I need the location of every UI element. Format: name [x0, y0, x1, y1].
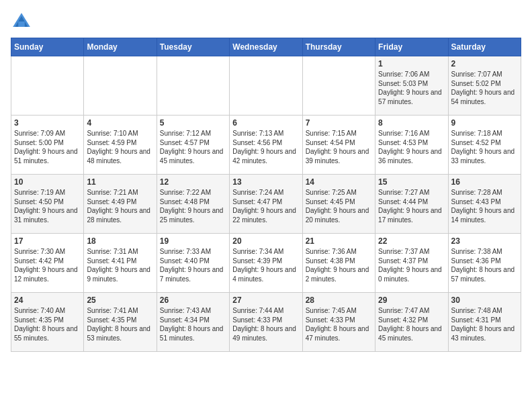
day-info: Sunrise: 7:47 AM Sunset: 4:32 PM Dayligh…: [378, 306, 445, 342]
day-info: Sunrise: 7:48 AM Sunset: 4:31 PM Dayligh…: [451, 306, 518, 342]
col-header-thursday: Thursday: [302, 38, 375, 56]
week-row-3: 17Sunrise: 7:30 AM Sunset: 4:42 PM Dayli…: [11, 234, 521, 293]
calendar-table: SundayMondayTuesdayWednesdayThursdayFrid…: [11, 38, 521, 352]
day-number: 24: [14, 295, 81, 305]
day-number: 12: [160, 177, 226, 187]
day-cell: 9Sunrise: 7:18 AM Sunset: 4:52 PM Daylig…: [448, 116, 521, 175]
header: [11, 11, 521, 32]
day-info: Sunrise: 7:19 AM Sunset: 4:50 PM Dayligh…: [14, 188, 81, 224]
col-header-wednesday: Wednesday: [230, 38, 302, 56]
day-cell: 6Sunrise: 7:13 AM Sunset: 4:56 PM Daylig…: [230, 116, 302, 175]
day-number: 30: [451, 295, 518, 305]
day-info: Sunrise: 7:18 AM Sunset: 4:52 PM Dayligh…: [451, 129, 518, 165]
day-cell: 2Sunrise: 7:07 AM Sunset: 5:02 PM Daylig…: [448, 56, 521, 116]
day-number: 16: [451, 177, 518, 187]
day-cell: 5Sunrise: 7:12 AM Sunset: 4:57 PM Daylig…: [157, 116, 229, 175]
day-cell: 15Sunrise: 7:27 AM Sunset: 4:44 PM Dayli…: [375, 175, 448, 234]
day-info: Sunrise: 7:13 AM Sunset: 4:56 PM Dayligh…: [232, 129, 299, 165]
col-header-friday: Friday: [375, 38, 448, 56]
day-info: Sunrise: 7:15 AM Sunset: 4:54 PM Dayligh…: [306, 129, 372, 165]
day-cell: [84, 56, 157, 116]
day-info: Sunrise: 7:31 AM Sunset: 4:41 PM Dayligh…: [87, 247, 153, 283]
day-number: 23: [451, 236, 518, 246]
week-row-2: 10Sunrise: 7:19 AM Sunset: 4:50 PM Dayli…: [11, 175, 521, 234]
day-info: Sunrise: 7:37 AM Sunset: 4:37 PM Dayligh…: [378, 247, 445, 283]
day-number: 21: [306, 236, 372, 246]
day-cell: [230, 56, 302, 116]
day-number: 11: [87, 177, 153, 187]
col-header-saturday: Saturday: [448, 38, 521, 56]
day-cell: 19Sunrise: 7:33 AM Sunset: 4:40 PM Dayli…: [157, 234, 229, 293]
day-cell: 29Sunrise: 7:47 AM Sunset: 4:32 PM Dayli…: [375, 293, 448, 352]
day-number: 22: [378, 236, 445, 246]
week-row-1: 3Sunrise: 7:09 AM Sunset: 5:00 PM Daylig…: [11, 116, 521, 175]
day-info: Sunrise: 7:38 AM Sunset: 4:36 PM Dayligh…: [451, 247, 518, 283]
day-info: Sunrise: 7:16 AM Sunset: 4:53 PM Dayligh…: [378, 129, 445, 165]
day-cell: 21Sunrise: 7:36 AM Sunset: 4:38 PM Dayli…: [302, 234, 375, 293]
day-info: Sunrise: 7:34 AM Sunset: 4:39 PM Dayligh…: [232, 247, 299, 283]
week-row-0: 1Sunrise: 7:06 AM Sunset: 5:03 PM Daylig…: [11, 56, 521, 116]
day-cell: 27Sunrise: 7:44 AM Sunset: 4:33 PM Dayli…: [230, 293, 302, 352]
day-number: 26: [160, 295, 226, 305]
day-cell: 30Sunrise: 7:48 AM Sunset: 4:31 PM Dayli…: [448, 293, 521, 352]
day-cell: 22Sunrise: 7:37 AM Sunset: 4:37 PM Dayli…: [375, 234, 448, 293]
header-row: SundayMondayTuesdayWednesdayThursdayFrid…: [11, 38, 521, 56]
logo-icon: [11, 11, 32, 32]
day-number: 7: [306, 118, 372, 128]
day-number: 17: [14, 236, 81, 246]
day-cell: 10Sunrise: 7:19 AM Sunset: 4:50 PM Dayli…: [11, 175, 84, 234]
day-number: 8: [378, 118, 445, 128]
day-number: 25: [87, 295, 153, 305]
day-cell: 24Sunrise: 7:40 AM Sunset: 4:35 PM Dayli…: [11, 293, 84, 352]
col-header-tuesday: Tuesday: [157, 38, 229, 56]
day-number: 28: [306, 295, 372, 305]
day-cell: [302, 56, 375, 116]
day-number: 18: [87, 236, 153, 246]
col-header-sunday: Sunday: [11, 38, 84, 56]
day-number: 13: [232, 177, 299, 187]
day-cell: 16Sunrise: 7:28 AM Sunset: 4:43 PM Dayli…: [448, 175, 521, 234]
day-info: Sunrise: 7:12 AM Sunset: 4:57 PM Dayligh…: [160, 129, 226, 165]
day-cell: 12Sunrise: 7:22 AM Sunset: 4:48 PM Dayli…: [157, 175, 229, 234]
day-number: 3: [14, 118, 81, 128]
day-cell: 13Sunrise: 7:24 AM Sunset: 4:47 PM Dayli…: [230, 175, 302, 234]
day-cell: 25Sunrise: 7:41 AM Sunset: 4:35 PM Dayli…: [84, 293, 157, 352]
day-number: 2: [451, 59, 518, 68]
day-info: Sunrise: 7:22 AM Sunset: 4:48 PM Dayligh…: [160, 188, 226, 224]
day-cell: 4Sunrise: 7:10 AM Sunset: 4:59 PM Daylig…: [84, 116, 157, 175]
day-cell: 8Sunrise: 7:16 AM Sunset: 4:53 PM Daylig…: [375, 116, 448, 175]
day-info: Sunrise: 7:24 AM Sunset: 4:47 PM Dayligh…: [232, 188, 299, 224]
day-info: Sunrise: 7:33 AM Sunset: 4:40 PM Dayligh…: [160, 247, 226, 283]
day-info: Sunrise: 7:40 AM Sunset: 4:35 PM Dayligh…: [14, 306, 81, 342]
day-cell: 7Sunrise: 7:15 AM Sunset: 4:54 PM Daylig…: [302, 116, 375, 175]
day-number: 5: [160, 118, 226, 128]
day-cell: 28Sunrise: 7:45 AM Sunset: 4:33 PM Dayli…: [302, 293, 375, 352]
day-info: Sunrise: 7:44 AM Sunset: 4:33 PM Dayligh…: [232, 306, 299, 342]
day-cell: 3Sunrise: 7:09 AM Sunset: 5:00 PM Daylig…: [11, 116, 84, 175]
svg-rect-2: [18, 21, 25, 27]
day-info: Sunrise: 7:45 AM Sunset: 4:33 PM Dayligh…: [306, 306, 372, 342]
day-info: Sunrise: 7:41 AM Sunset: 4:35 PM Dayligh…: [87, 306, 153, 342]
day-number: 14: [306, 177, 372, 187]
day-cell: 26Sunrise: 7:43 AM Sunset: 4:34 PM Dayli…: [157, 293, 229, 352]
day-number: 10: [14, 177, 81, 187]
day-number: 15: [378, 177, 445, 187]
day-info: Sunrise: 7:06 AM Sunset: 5:03 PM Dayligh…: [378, 70, 445, 106]
day-number: 6: [232, 118, 299, 128]
day-info: Sunrise: 7:09 AM Sunset: 5:00 PM Dayligh…: [14, 129, 81, 165]
col-header-monday: Monday: [84, 38, 157, 56]
day-cell: 11Sunrise: 7:21 AM Sunset: 4:49 PM Dayli…: [84, 175, 157, 234]
day-number: 27: [232, 295, 299, 305]
day-cell: 17Sunrise: 7:30 AM Sunset: 4:42 PM Dayli…: [11, 234, 84, 293]
day-info: Sunrise: 7:30 AM Sunset: 4:42 PM Dayligh…: [14, 247, 81, 283]
day-info: Sunrise: 7:10 AM Sunset: 4:59 PM Dayligh…: [87, 129, 153, 165]
day-cell: 14Sunrise: 7:25 AM Sunset: 4:45 PM Dayli…: [302, 175, 375, 234]
day-number: 1: [378, 59, 445, 68]
day-info: Sunrise: 7:28 AM Sunset: 4:43 PM Dayligh…: [451, 188, 518, 224]
logo: [11, 11, 35, 32]
day-number: 29: [378, 295, 445, 305]
day-cell: 18Sunrise: 7:31 AM Sunset: 4:41 PM Dayli…: [84, 234, 157, 293]
day-cell: 23Sunrise: 7:38 AM Sunset: 4:36 PM Dayli…: [448, 234, 521, 293]
day-info: Sunrise: 7:36 AM Sunset: 4:38 PM Dayligh…: [306, 247, 372, 283]
day-info: Sunrise: 7:21 AM Sunset: 4:49 PM Dayligh…: [87, 188, 153, 224]
